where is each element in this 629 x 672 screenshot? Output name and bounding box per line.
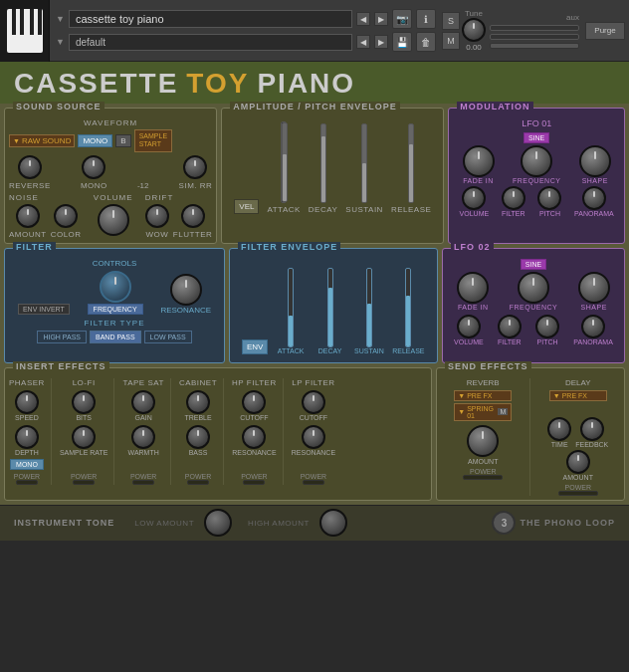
volume-knob[interactable] [98,204,129,236]
high-amount-knob[interactable] [319,509,347,537]
lfo02-shape-knob[interactable] [578,272,610,304]
feedback-knob[interactable] [580,417,604,441]
bass-knob[interactable] [186,425,210,449]
lofi-unit: LO-FI BITS SAMPLE RATE POWER [54,378,115,485]
hp-resonance-knob[interactable] [242,425,266,449]
instrument-name[interactable]: cassette toy piano [69,10,352,28]
resonance-label: RESONANCE [160,306,211,315]
low-pass-btn[interactable]: LOW PASS [144,331,192,343]
title-bar: CASSETTE TOY PIANO [0,62,629,104]
sample-start-btn[interactable]: SAMPLESTART [134,129,172,152]
warmth-knob[interactable] [131,425,155,449]
prev-preset[interactable]: ◀ [356,35,370,49]
delay-pre-fx[interactable]: ▼PRE FX [549,390,607,401]
mono-label: MONO [81,181,107,190]
b-toggle[interactable]: B [115,134,130,147]
lfo02-freq-knob[interactable] [518,272,549,304]
mono-btn[interactable]: MONO [10,459,44,470]
lfo01-filter-knob[interactable] [502,186,525,210]
bits-knob[interactable] [72,390,96,414]
treble-knob[interactable] [186,390,210,414]
title-piano: PIANO [257,68,355,100]
amplitude-section: AMPLITUDE / PITCH ENVELOPE VEL ATTACK [221,108,444,244]
attack-slider[interactable] [281,121,287,203]
level-slider[interactable] [490,43,579,49]
drift-label: DRIFT [145,193,174,202]
decay-slider[interactable] [320,123,326,203]
lfo02-pitch-knob[interactable] [535,315,559,338]
lp-resonance-knob[interactable] [302,425,325,449]
lfo01-fade-knob[interactable] [463,145,495,177]
flutter-knob[interactable] [181,204,205,228]
lfo01-pitch-knob[interactable] [537,186,561,210]
reverb-amount-knob[interactable] [467,425,499,457]
filter-release-slider[interactable] [405,268,411,347]
lp-cutoff-knob[interactable] [302,390,325,414]
depth-knob[interactable] [15,425,39,449]
m-btn[interactable]: M [498,408,508,415]
lfo02-fade-knob[interactable] [457,272,489,304]
m-button[interactable]: M [442,32,460,50]
lfo02-label: LFO 02 [451,242,494,252]
env-invert-btn[interactable]: ENV INVERT [18,304,70,315]
gain-knob[interactable] [131,390,155,414]
resonance-knob[interactable] [170,274,202,306]
env-button[interactable]: ENV [242,339,268,354]
band-pass-btn[interactable]: BAND PASS [90,331,141,343]
filter-section: FILTER CONTROLS ENV INVERT FREQUENCY RES… [4,248,225,363]
frequency-btn[interactable]: FREQUENCY [88,304,143,315]
reverse-knob[interactable] [18,155,42,179]
save-icon[interactable]: 💾 [392,32,412,52]
delay-power-led [558,491,598,496]
lfo01-freq-knob[interactable] [521,145,552,177]
delete-icon[interactable]: 🗑 [416,32,436,52]
lfo02-filter-knob[interactable] [498,315,522,338]
next-instrument[interactable]: ▶ [374,12,388,26]
sample-rate-knob[interactable] [72,425,96,449]
lfo01-sine-btn[interactable]: SINE [524,132,549,143]
color-knob[interactable] [54,204,78,228]
lfo01-filter-label: FILTER [502,210,525,217]
reverb-pre-fx[interactable]: ▼PRE FX [454,390,512,401]
frequency-knob[interactable] [100,271,131,303]
purge-button[interactable]: Purge [585,22,625,40]
tune-knob[interactable] [462,18,486,42]
delay-amount-knob[interactable] [566,450,590,474]
lfo02-panorama-knob[interactable] [581,315,605,338]
speed-knob[interactable] [15,390,39,414]
simrr-knob[interactable] [183,155,207,179]
lfo01-volume-knob[interactable] [462,186,486,210]
vel-button[interactable]: VEL [234,199,259,214]
prev-instrument[interactable]: ◀ [356,12,370,26]
low-amount-knob[interactable] [204,509,232,537]
logo-text: THE PHONO LOOP [520,518,615,528]
wave-type-select[interactable]: ▼ RAW SOUND [9,134,75,147]
delay-unit: DELAY ▼PRE FX TIME FEEDBCK [534,378,621,496]
filter-sustain-slider[interactable] [366,268,372,347]
aux-label: aux [490,13,579,22]
spring01-select[interactable]: ▼SPRING 01 M [454,403,512,421]
filter-attack-slider[interactable] [288,268,294,347]
preset-name[interactable]: default [69,34,352,51]
mono-toggle[interactable]: MONO [78,134,112,147]
phaser-unit: PHASER SPEED DEPTH MONO POWER [9,378,52,485]
s-button[interactable]: S [442,12,460,30]
sustain-slider[interactable] [361,123,367,203]
time-knob[interactable] [547,417,571,441]
amount-knob[interactable] [16,204,40,228]
wow-knob[interactable] [145,204,169,228]
release-slider[interactable] [408,123,414,203]
aux-slider2[interactable] [490,34,579,40]
lfo01-panorama-knob[interactable] [582,186,606,210]
lfo02-sine-btn[interactable]: SINE [521,259,546,270]
hp-cutoff-knob[interactable] [242,390,266,414]
high-pass-btn[interactable]: HIGH PASS [37,331,87,343]
lfo02-volume-knob[interactable] [457,315,481,338]
filter-decay-slider[interactable] [327,268,333,347]
lfo01-shape-knob[interactable] [579,145,611,177]
info-icon[interactable]: ℹ [416,9,436,29]
aux-slider[interactable] [490,25,579,31]
camera-icon[interactable]: 📷 [392,9,412,29]
next-preset[interactable]: ▶ [374,35,388,49]
mono-knob[interactable] [82,155,105,179]
